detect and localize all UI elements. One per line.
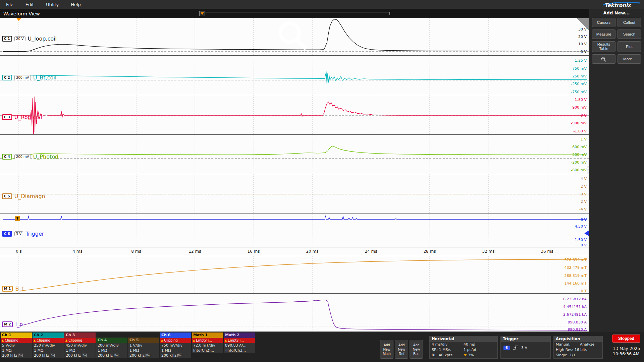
channel-strip-header-ch-5[interactable]: Ch 5 [128, 338, 159, 343]
time-tick-label: 24 ms [365, 249, 377, 254]
sidebar-button-cursors[interactable]: Cursors [592, 18, 615, 27]
axis-label: 6.235812 kA [563, 297, 587, 301]
axis-label: 750 mV [572, 66, 587, 71]
axis-label: 1.80 V [575, 98, 587, 102]
warning-text: Empty i... [196, 339, 212, 342]
sidebar-button-more[interactable]: More... [618, 54, 641, 64]
channel-strip-header-math-2[interactable]: Math 2 [224, 333, 255, 338]
menu-item-edit[interactable]: Edit [19, 2, 40, 7]
expansion-point-icon[interactable] [199, 11, 205, 16]
channel-strip-ch-6[interactable]: Ch 6▲Clipping750 mV/div1 MΩ200 kHzBw [160, 333, 191, 358]
bandwidth-icon: Bw [146, 354, 151, 357]
magnifier-icon[interactable] [0, 19, 588, 56]
warning-text: Clipping [5, 339, 18, 342]
sidebar-button-results-table[interactable]: Results Table [592, 41, 615, 52]
channel-strip-ch-1[interactable]: Ch 1▲Clipping5 V/div1 MΩ200 kHzBw [1, 333, 32, 358]
channel-badge-ch5[interactable]: C 5 [2, 193, 12, 199]
channel-strip-header-ch-6[interactable]: Ch 6 [160, 333, 191, 338]
channel-cluster-m1: M 1B_t [2, 286, 24, 292]
channel-label-ch3[interactable]: U_Rog,coil [14, 114, 42, 120]
trace-ch3 [0, 95, 589, 134]
trace-ch4 [0, 135, 589, 174]
channel-strip-ch-3[interactable]: Ch 3▲Clipping450 mV/div1 MΩ200 kHzBw [64, 333, 96, 358]
slice-ch4: 1 V600 mV200 mV-200 mV-600 mVC 4200 mVU_… [0, 135, 589, 174]
channel-strip-header-ch-1[interactable]: Ch 1 [1, 333, 32, 338]
sidebar-button-measure[interactable]: Measure [592, 29, 615, 39]
scale-badge-ch6[interactable]: 3 V [14, 231, 23, 236]
channel-strip-ch-5[interactable]: Ch 51 V/div1 MΩ200 kHzBw [128, 338, 159, 358]
axis-label: 4.50 V [575, 224, 587, 229]
channel-badge-m2[interactable]: M 2 [2, 321, 13, 327]
add-new-bus-button[interactable]: Add New Bus [410, 340, 423, 359]
axis-label: 0 V [581, 113, 587, 118]
channel-strip-header-ch-2[interactable]: Ch 2 [33, 333, 64, 338]
sidebar-button-search[interactable]: Search [618, 29, 641, 39]
trigger-level-icon[interactable] [584, 231, 589, 236]
acquisition-row[interactable]: Single: 1/1 [554, 353, 602, 358]
add-new-buttons: Add New MathAdd New RefAdd New Bus [380, 340, 423, 359]
horizontal-row[interactable]: 4 ms/div40 ms [430, 342, 497, 347]
channel-label-ch4[interactable]: U_Photod [33, 154, 59, 160]
channel-strip-header-math-1[interactable]: Math 1 [192, 333, 223, 338]
main-area: Waveform View 30 V20 V10 V0 VC 120 VU_lo… [0, 9, 644, 332]
channel-badge-m1[interactable]: M 1 [2, 286, 13, 292]
channel-badge-ch6[interactable]: C 6 [2, 231, 12, 237]
warning-icon: ▲ [34, 339, 36, 342]
channel-strip-header-ch-4[interactable]: Ch 4 [96, 338, 127, 343]
scale-badge-ch2[interactable]: 300 mV [14, 75, 31, 80]
horizontal-panel[interactable]: Horizontal 4 ms/div40 msSR: 1 MS/s1 µs/p… [429, 336, 498, 359]
menu-item-utility[interactable]: Utility [40, 2, 65, 7]
add-new-math-button[interactable]: Add New Math [380, 340, 393, 359]
record-view-bracket[interactable] [205, 12, 390, 15]
axis-label: 576.639 mT [565, 258, 587, 262]
channel-strip-ch-4[interactable]: Ch 4200 mV/div1 MΩ200 kHzBw [96, 338, 127, 358]
trigger-source-badge[interactable]: 6 [503, 346, 510, 350]
trigger-t-badge[interactable]: T [15, 216, 20, 221]
channel-strip-ch-2[interactable]: Ch 2▲Clipping250 mV/div1 MΩ200 kHzBw [33, 333, 64, 358]
menu-item-help[interactable]: Help [65, 2, 87, 7]
strip-row: 1 V/div [128, 343, 159, 348]
sidebar-button-callout[interactable]: Callout [618, 18, 641, 27]
add-new-ref-button[interactable]: Add New Ref [395, 340, 408, 359]
time-tick-label: 32 ms [482, 249, 494, 254]
zoom-record-indicator[interactable] [199, 11, 390, 16]
time-tick-label: 20 ms [306, 249, 318, 254]
channel-strip-math-2[interactable]: Math 2▲Empty i...890.83 A/...-Intg(Ch3..… [224, 333, 255, 353]
warning-text: Clipping [68, 339, 82, 342]
channel-label-m2[interactable]: I_p [15, 321, 23, 327]
channel-badge-ch3[interactable]: C 3 [2, 114, 12, 120]
channel-strip-header-ch-3[interactable]: Ch 3 [64, 333, 96, 338]
channel-label-ch5[interactable]: U_Diamagn [14, 193, 45, 199]
acquisition-panel[interactable]: Acquisition Manual,AnalyzeHigh Res: 16 b… [553, 336, 603, 359]
axis-label: 600 mV [572, 145, 587, 149]
channel-label-ch2[interactable]: U_Bt,coil [33, 74, 57, 81]
stopped-button[interactable]: Stopped [612, 335, 640, 343]
strip-row: 1 MΩ [1, 348, 32, 353]
acquisition-row[interactable]: Manual,Analyze [554, 342, 602, 347]
trigger-panel-title: Trigger [501, 336, 550, 342]
strip-row: 200 mV/div [96, 343, 127, 348]
scale-badge-ch4[interactable]: 200 mV [14, 154, 31, 159]
channel-label-m1[interactable]: B_t [15, 286, 23, 292]
trigger-panel[interactable]: Trigger 6 3 V [500, 336, 551, 359]
channel-badge-ch4[interactable]: C 4 [2, 154, 12, 160]
axis-label: 900 mV [572, 105, 587, 110]
right-sidebar: Add New... CursorsCalloutMeasureSearchRe… [589, 9, 644, 332]
splitter-handle[interactable] [587, 166, 589, 174]
menu-item-file[interactable]: File [0, 2, 19, 7]
axis-label: 144.160 mT [565, 281, 587, 286]
axis-label: -900 mV [571, 121, 587, 125]
acquisition-row[interactable]: High Res: 16 bits [554, 347, 602, 353]
horizontal-row[interactable]: SR: 1 MS/s1 µs/pt [430, 347, 497, 353]
horizontal-row[interactable]: RL: 40 kpts3% [430, 353, 497, 358]
horizontal-panel-title: Horizontal [430, 336, 497, 342]
channel-strip-math-1[interactable]: Math 1▲Empty i...72.0 mT/divIntg(Ch2)... [192, 333, 223, 353]
warning-text: Clipping [37, 339, 50, 342]
channel-badge-ch2[interactable]: C 2 [2, 75, 12, 80]
axis-label: 432.479 mT [565, 265, 587, 270]
axis-label: 2 V [581, 184, 587, 189]
tektronix-logo: Tektronix [602, 1, 641, 8]
channel-label-ch6[interactable]: Trigger [25, 231, 44, 237]
sidebar-button-plot[interactable]: Plot [618, 41, 641, 52]
sidebar-button-zoom-mode[interactable] [592, 54, 615, 64]
